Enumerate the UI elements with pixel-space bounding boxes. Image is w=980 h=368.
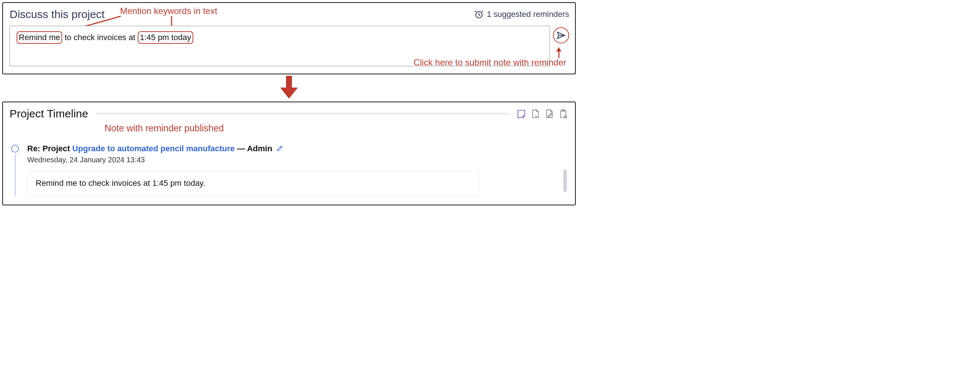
timeline-entry-body: Re: Project Upgrade to automated pencil …	[27, 144, 487, 196]
timeline-marker	[10, 144, 21, 196]
svg-rect-7	[286, 76, 292, 88]
timeline-marker-line	[15, 154, 16, 196]
document-icon[interactable]	[530, 109, 541, 119]
discuss-title: Discuss this project	[10, 8, 105, 21]
keyword-remind-me: Remind me	[17, 31, 62, 44]
note-mid-text: to check invoices at	[62, 33, 137, 42]
send-button[interactable]	[553, 27, 569, 43]
timeline-entry: Re: Project Upgrade to automated pencil …	[10, 144, 568, 196]
edit-document-icon[interactable]	[544, 109, 554, 119]
scrollbar[interactable]	[563, 170, 567, 192]
annotation-submit: Click here to submit note with reminder	[414, 57, 566, 68]
timeline-panel: Project Timeline Note with reminder publ…	[2, 102, 576, 205]
keyword-time: 1:45 pm today	[138, 31, 193, 44]
entry-author: Admin	[247, 144, 272, 153]
clipboard-icon[interactable]	[558, 109, 568, 119]
timeline-toolbar	[516, 109, 568, 119]
discuss-header: Discuss this project 1 suggested reminde…	[10, 8, 569, 21]
entry-prefix: Re: Project	[27, 144, 72, 153]
entry-date: Wednesday, 24 January 2024 13:43	[27, 155, 487, 164]
timeline-rule	[95, 113, 509, 115]
flow-down-arrow	[2, 76, 576, 99]
edit-icon[interactable]	[276, 144, 283, 152]
timeline-header: Project Timeline	[10, 108, 568, 120]
annotation-keywords: Mention keywords in text	[120, 6, 217, 16]
suggested-reminders-link[interactable]: 1 suggested reminders	[474, 10, 569, 19]
annotation-published: Note with reminder published	[105, 123, 568, 133]
timeline-title: Project Timeline	[10, 108, 88, 120]
timeline-marker-dot	[11, 144, 19, 153]
alarm-clock-icon	[474, 10, 484, 19]
svg-rect-10	[562, 109, 565, 111]
suggested-reminders-label: 1 suggested reminders	[487, 10, 569, 19]
send-icon	[556, 30, 566, 40]
discuss-panel: Discuss this project 1 suggested reminde…	[2, 2, 576, 75]
svg-rect-9	[561, 110, 566, 117]
svg-marker-8	[280, 87, 298, 98]
note-icon[interactable]	[516, 109, 527, 119]
down-arrow-icon	[278, 76, 300, 99]
entry-dash: —	[235, 144, 247, 153]
entry-project-link[interactable]: Upgrade to automated pencil manufacture	[72, 144, 234, 153]
entry-title: Re: Project Upgrade to automated pencil …	[27, 144, 487, 154]
entry-note-card: Remind me to check invoices at 1:45 pm t…	[27, 171, 480, 196]
